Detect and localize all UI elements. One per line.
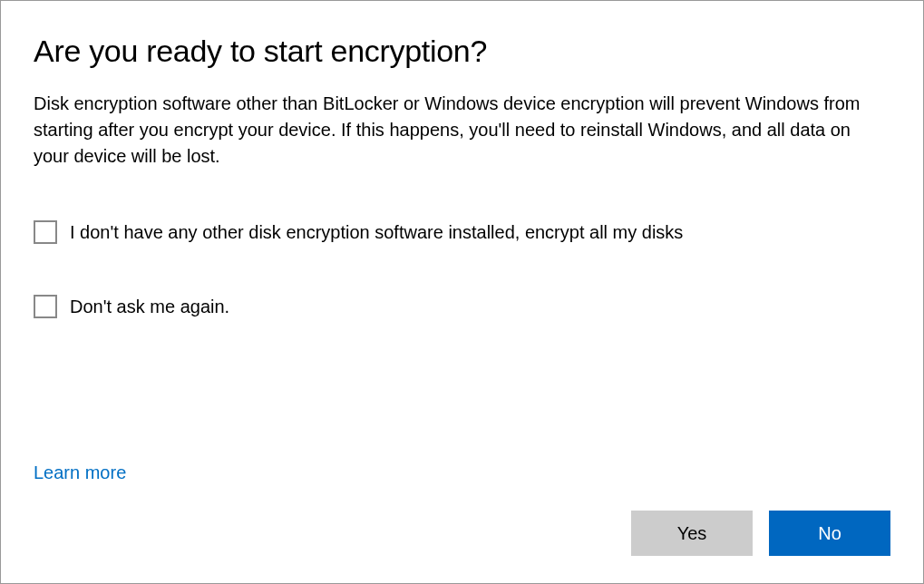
yes-button[interactable]: Yes — [631, 511, 753, 556]
checkbox-encrypt-disks-label[interactable]: I don't have any other disk encryption s… — [70, 222, 683, 243]
checkbox-encrypt-disks[interactable] — [34, 220, 57, 244]
checkbox-dont-ask[interactable] — [34, 295, 57, 318]
dialog-description: Disk encryption software other than BitL… — [34, 91, 890, 170]
dialog-title: Are you ready to start encryption? — [34, 34, 890, 69]
no-button[interactable]: No — [769, 511, 890, 556]
checkbox-row-encrypt-disks: I don't have any other disk encryption s… — [34, 220, 890, 244]
learn-more-link[interactable]: Learn more — [34, 462, 890, 483]
checkbox-row-dont-ask: Don't ask me again. — [34, 295, 890, 318]
checkbox-dont-ask-label[interactable]: Don't ask me again. — [70, 297, 229, 317]
dialog-footer: Yes No — [34, 511, 890, 556]
